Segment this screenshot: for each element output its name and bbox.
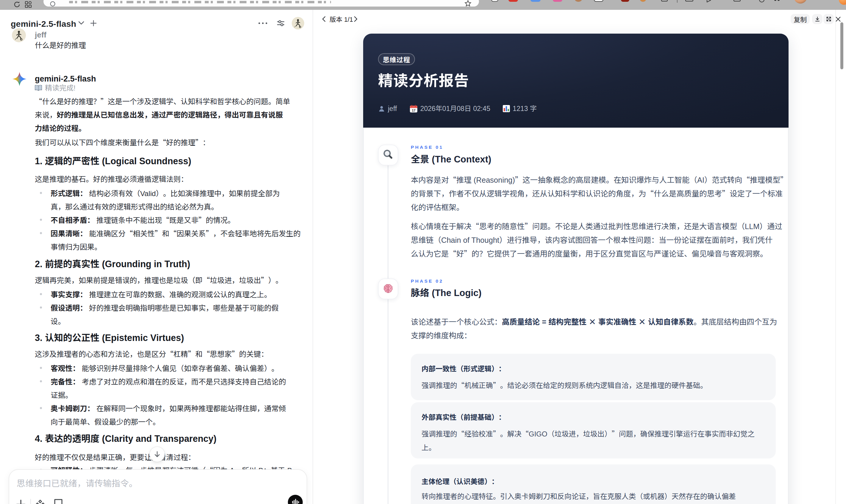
svg-text:17: 17 <box>412 109 415 112</box>
